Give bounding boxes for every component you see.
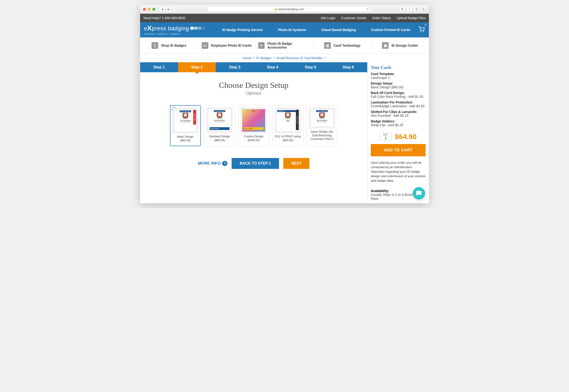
category-bar: ▯ Shop ID Badges ▭ Employee Photo ID Car…: [140, 37, 429, 54]
lock-icon: 🔒: [274, 8, 277, 10]
design-option-cards: ✓ Your Logo Here Jane Sampleton Executiv…: [150, 105, 358, 146]
link-site-login[interactable]: Site Login: [321, 16, 336, 20]
option-same-design[interactable]: Your Logo Here Jane Sampleton Executive …: [306, 105, 337, 146]
close-window-button[interactable]: [143, 8, 146, 11]
browser-back-button[interactable]: ◀: [159, 7, 165, 12]
total-price: $64.90: [395, 133, 417, 141]
main-header: eXpress badging services : systems : sup…: [140, 22, 429, 37]
reload-icon[interactable]: ⟳: [366, 8, 369, 11]
link-customer-center[interactable]: Customer Center: [341, 16, 366, 20]
step-6[interactable]: Step 6: [329, 62, 367, 72]
url-text: expressbadging.com: [278, 8, 305, 11]
option-thumb: Apex Custom Design: [240, 107, 267, 133]
field-label: Slotted For Clips & Lanyards:: [371, 110, 425, 114]
section-title: Choose Design Setup: [150, 81, 358, 90]
download-button[interactable]: ⬇: [399, 7, 405, 12]
more-info-link[interactable]: MORE INFO ?: [198, 161, 227, 166]
nav-cloud-badging[interactable]: Cloud Based Badging: [321, 28, 356, 32]
minimize-window-button[interactable]: [148, 8, 151, 11]
badge-icon: ▯: [151, 42, 158, 49]
cart-button[interactable]: 0: [418, 26, 425, 33]
browser-forward-button[interactable]: ▶: [166, 7, 171, 12]
tabs-button[interactable]: ⧉: [414, 7, 419, 12]
add-to-cart-button[interactable]: ADD TO CART: [371, 144, 425, 156]
logo-rest: press badging: [152, 25, 189, 31]
field-value: Full Color Back Printing - Add $1.00: [371, 95, 425, 98]
accessory-icon: ✦: [258, 42, 264, 49]
option-thumb: Your Logo Here Jane Sampleton Executive …: [206, 107, 233, 133]
bc-home[interactable]: Home: [243, 56, 251, 60]
nav-photo-id-systems[interactable]: Photo ID Systems: [278, 28, 306, 32]
step-1[interactable]: Step 1: [140, 62, 178, 72]
field-label: Back Of Card Design:: [371, 91, 425, 95]
logo-e: e: [144, 25, 147, 31]
option-thumb: Your Logo Here Jane Sampleton Executive …: [309, 107, 335, 129]
chat-icon: [416, 190, 422, 196]
option-file-to-print[interactable]: Tallahassee Jane Smith FILE to PRINT FIL…: [272, 105, 303, 146]
back-button[interactable]: BACK TO STEP 1: [232, 158, 279, 169]
browser-sidebar-button[interactable]: ◫: [173, 7, 179, 12]
field-value: Strap Clip - Add $0.25: [371, 123, 425, 127]
logo[interactable]: eXpress badging services : systems : sup…: [144, 24, 205, 35]
svg-point-1: [423, 31, 424, 32]
new-tab-button[interactable]: +: [421, 7, 426, 12]
wizard-steps: Step 1 Step 2 Step 3 Step 4 Step 5 Step …: [140, 62, 367, 72]
option-basic-design[interactable]: ✓ Your Logo Here Jane Sampleton Executiv…: [170, 105, 201, 146]
step-3[interactable]: Step 3: [216, 62, 254, 72]
bc-id-badges[interactable]: ID Badges: [256, 56, 271, 60]
svg-point-0: [421, 31, 421, 32]
cart-icon: [418, 26, 425, 32]
browser-chrome: ◀ ▶ ◫ 🔒 expressbadging.com ⟳ ⬇ ⇪ ⧉ +: [140, 5, 429, 14]
order-summary: Your Card: Card Template: Landscape 1 De…: [367, 62, 429, 203]
cat-design-center[interactable]: ▦ ID Design Center: [371, 37, 429, 54]
maximize-window-button[interactable]: [152, 8, 155, 11]
option-label: Standard Design ($85.00): [206, 135, 233, 142]
logo-subtitle: services : systems : supplies: [144, 32, 205, 35]
field-value: Landscape 1: [371, 76, 425, 80]
qty-box: QTY: [380, 133, 392, 141]
next-button[interactable]: NEXT: [283, 158, 310, 169]
cat-employee-photo-id[interactable]: ▭ Employee Photo ID Cards: [198, 37, 256, 54]
link-upload-badge-files[interactable]: Upload Badge Files: [397, 16, 425, 20]
nav-custom-printed[interactable]: Custom Printed ID Cards: [371, 28, 410, 32]
design-icon: ▦: [382, 42, 389, 49]
step-2[interactable]: Step 2: [178, 62, 216, 72]
technology-icon: ▥: [324, 42, 331, 49]
logo-blocks-icon: [190, 27, 205, 30]
option-custom-design[interactable]: Apex Custom Design Custom Design ($160.0…: [238, 105, 269, 146]
field-value: DURAbadge Lamination - Add $3.50: [371, 104, 425, 108]
field-label: Lamination For Protection:: [371, 100, 425, 104]
field-value: Basic Design ($45.00): [371, 85, 425, 89]
qty-input[interactable]: [380, 136, 392, 140]
url-bar[interactable]: 🔒 expressbadging.com ⟳: [207, 6, 371, 12]
field-label: Card Template:: [371, 72, 425, 76]
help-bar: Need Help? 1-800-909-8602 Site Login Cus…: [140, 14, 429, 22]
logo-x: X: [147, 24, 152, 32]
bc-builder[interactable]: Small Business ID Card Builder: [277, 56, 323, 60]
traffic-lights: [143, 8, 155, 11]
link-order-status[interactable]: Order Status: [372, 16, 391, 20]
option-label: FILE to PRINT setup ($45.00): [275, 135, 301, 142]
option-label: Basic Design ($45.00): [172, 135, 198, 142]
option-standard-design[interactable]: Your Logo Here Jane Sampleton Executive …: [204, 105, 235, 146]
help-phone: Need Help? 1-800-909-8602: [144, 16, 321, 20]
cat-shop-id-badges[interactable]: ▯ Shop ID Badges: [140, 37, 198, 54]
option-thumb: Your Logo Here Jane Sampleton Executive …: [172, 108, 198, 134]
field-label: Design Setup:: [371, 82, 425, 85]
breadcrumb: Home / ID Badges / Small Business ID Car…: [140, 54, 429, 62]
cat-card-technology[interactable]: ▥ Card Technology: [313, 37, 371, 54]
qty-label: QTY: [380, 134, 392, 136]
step-5[interactable]: Step 5: [292, 62, 330, 72]
field-label: Badge Holders:: [371, 119, 425, 123]
question-icon: ?: [222, 161, 227, 166]
nav-id-badge-printing[interactable]: ID Badge Printing Service: [222, 28, 263, 32]
share-button[interactable]: ⇪: [407, 7, 412, 12]
cart-count: 0: [425, 23, 426, 26]
field-value: Slot Punched - Add $0.15: [371, 114, 425, 117]
summary-heading: Your Card:: [371, 65, 425, 70]
option-thumb: Tallahassee Jane Smith FILE to PRINT: [275, 107, 301, 133]
id-card-icon: ▭: [202, 42, 208, 49]
section-subtitle: Optional: [150, 91, 358, 96]
step-4[interactable]: Step 4: [254, 62, 292, 72]
cat-accessories[interactable]: ✦ Photo ID Badge Accessories: [256, 37, 314, 54]
